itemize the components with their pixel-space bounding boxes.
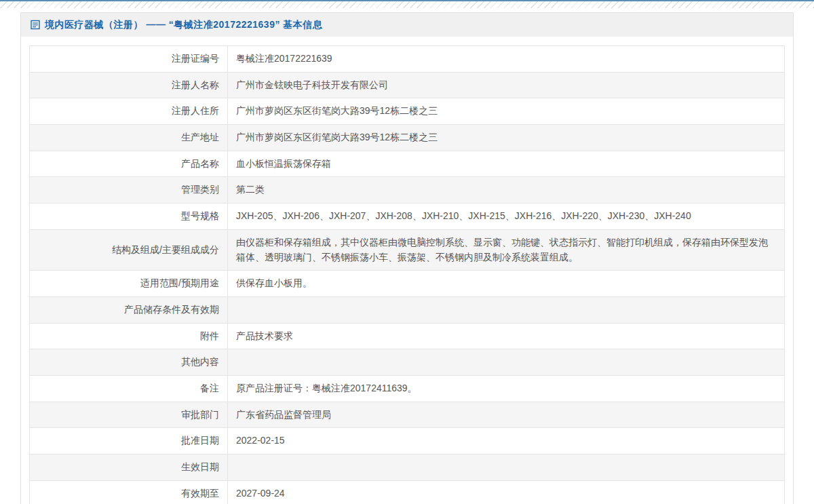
row-label: 产品储存条件及有效期 bbox=[30, 296, 228, 323]
table-row: 审批部门广东省药品监督管理局 bbox=[30, 402, 785, 428]
row-value: 广州市萝岗区东区街笔岗大路39号12栋二楼之三 bbox=[228, 98, 785, 125]
row-label: 型号规格 bbox=[30, 203, 228, 230]
row-label: 附件 bbox=[30, 323, 228, 349]
table-row: 生产地址广州市萝岗区东区街笔岗大路39号12栋二楼之三 bbox=[30, 125, 785, 151]
row-label: 注册人名称 bbox=[30, 72, 228, 98]
row-label: 注册人住所 bbox=[30, 98, 228, 125]
row-label: 审批部门 bbox=[30, 402, 228, 428]
page-header: 境内医疗器械（注册） —— “粤械注准20172221639” 基本信息 bbox=[21, 13, 793, 37]
row-value: 粤械注准20172221639 bbox=[228, 46, 785, 73]
table-row: 备注原产品注册证号：粤械注准20172411639。 bbox=[30, 375, 785, 402]
table-row: 注册证编号粤械注准20172221639 bbox=[30, 46, 785, 73]
table-row: 附件产品技术要求 bbox=[30, 323, 785, 349]
row-label: 其他内容 bbox=[30, 349, 228, 376]
registration-table: 注册证编号粤械注准20172221639注册人名称广州市金铉映电子科技开发有限公… bbox=[29, 45, 785, 504]
row-value: JXH-205、JXH-206、JXH-207、JXH-208、JXH-210、… bbox=[228, 203, 785, 230]
row-value: 供保存血小板用。 bbox=[228, 271, 785, 297]
row-value bbox=[228, 296, 785, 323]
row-label: 生效日期 bbox=[30, 454, 228, 481]
row-label: 生产地址 bbox=[30, 125, 228, 151]
row-label: 有效期至 bbox=[30, 480, 228, 504]
row-label: 适用范围/预期用途 bbox=[30, 271, 228, 297]
row-value: 原产品注册证号：粤械注准20172411639。 bbox=[228, 375, 785, 402]
row-label: 注册证编号 bbox=[30, 46, 228, 73]
table-row: 管理类别第二类 bbox=[30, 177, 785, 203]
row-value: 2027-09-24 bbox=[228, 480, 785, 504]
row-label: 备注 bbox=[30, 375, 228, 402]
content-panel: 境内医疗器械（注册） —— “粤械注准20172221639” 基本信息 注册证… bbox=[20, 12, 794, 504]
table-row: 型号规格JXH-205、JXH-206、JXH-207、JXH-208、JXH-… bbox=[30, 203, 785, 230]
document-icon bbox=[31, 20, 40, 30]
table-row: 适用范围/预期用途供保存血小板用。 bbox=[30, 271, 785, 297]
top-stripe-band bbox=[0, 0, 814, 8]
table-row: 批准日期2022-02-15 bbox=[30, 428, 785, 454]
row-value: 广东省药品监督管理局 bbox=[228, 402, 785, 428]
row-label: 产品名称 bbox=[30, 151, 228, 177]
table-row: 产品名称血小板恒温振荡保存箱 bbox=[30, 151, 785, 177]
row-value: 广州市萝岗区东区街笔岗大路39号12栋二楼之三 bbox=[228, 125, 785, 151]
row-value: 第二类 bbox=[228, 177, 785, 203]
row-value: 广州市金铉映电子科技开发有限公司 bbox=[228, 72, 785, 98]
table-row: 其他内容 bbox=[30, 349, 785, 376]
row-value: 由仪器柜和保存箱组成，其中仪器柜由微电脑控制系统、显示窗、功能键、状态指示灯、智… bbox=[228, 229, 785, 270]
table-row: 注册人住所广州市萝岗区东区街笔岗大路39号12栋二楼之三 bbox=[30, 98, 785, 125]
table-row: 有效期至2027-09-24 bbox=[30, 480, 785, 504]
page-title: 境内医疗器械（注册） —— “粤械注准20172221639” 基本信息 bbox=[45, 19, 322, 31]
row-value: 2022-02-15 bbox=[228, 428, 785, 454]
table-row: 注册人名称广州市金铉映电子科技开发有限公司 bbox=[30, 72, 785, 98]
row-value: 血小板恒温振荡保存箱 bbox=[228, 151, 785, 177]
row-value bbox=[228, 349, 785, 376]
table-row: 结构及组成/主要组成成分由仪器柜和保存箱组成，其中仪器柜由微电脑控制系统、显示窗… bbox=[30, 229, 785, 270]
table-row: 生效日期 bbox=[30, 454, 785, 481]
table-row: 产品储存条件及有效期 bbox=[30, 296, 785, 323]
row-value: 产品技术要求 bbox=[228, 323, 785, 349]
row-label: 管理类别 bbox=[30, 177, 228, 203]
row-label: 结构及组成/主要组成成分 bbox=[30, 229, 228, 270]
registration-table-body: 注册证编号粤械注准20172221639注册人名称广州市金铉映电子科技开发有限公… bbox=[30, 46, 785, 504]
row-label: 批准日期 bbox=[30, 428, 228, 454]
row-value bbox=[228, 454, 785, 481]
